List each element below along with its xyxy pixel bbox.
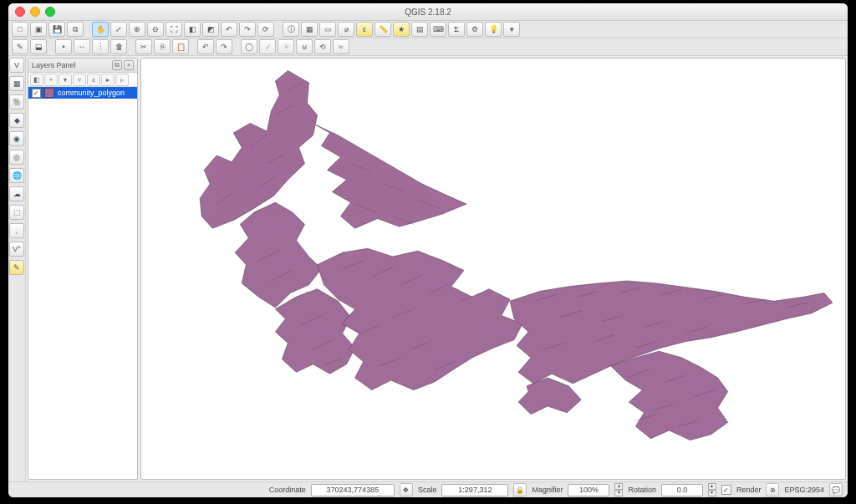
merge-button[interactable]: ⊍: [296, 39, 313, 54]
statistics-button[interactable]: Σ: [448, 22, 465, 37]
layer-filter-button[interactable]: ▾: [59, 74, 72, 86]
layers-panel-toolbar: ◧ + ▾ ▿ ε ▸ ▹: [28, 73, 137, 87]
layer-remove-button[interactable]: ▹: [115, 74, 129, 86]
measure-button[interactable]: 📏: [374, 22, 391, 37]
zoom-next-button[interactable]: ↷: [239, 22, 256, 37]
zoom-selection-button[interactable]: ◩: [202, 22, 219, 37]
add-mssql-button[interactable]: ◉: [9, 131, 24, 146]
layer-filter-icon[interactable]: ▿: [73, 74, 86, 86]
add-feature-button[interactable]: •: [55, 39, 72, 54]
digitize-button[interactable]: ◯: [241, 39, 257, 54]
coordinate-field[interactable]: 370243,774385: [311, 484, 395, 496]
coordinate-label: Coordinate: [269, 486, 306, 494]
more-tools-button[interactable]: ▾: [503, 22, 520, 37]
toolbar-row-1: □ ▣ 💾 ⧉ ✋ ⤢ ⊕ ⊖ ⛶ ◧ ◩ ↶ ↷ ⟳ ⓘ ▦ ▭ ⌀ ε 📏 …: [8, 21, 848, 38]
render-checkbox[interactable]: ✓: [721, 485, 731, 495]
app-window: QGIS 2.18.2 □ ▣ 💾 ⧉ ✋ ⤢ ⊕ ⊖ ⛶ ◧ ◩ ↶ ↷ ⟳ …: [8, 3, 848, 497]
layer-item[interactable]: ✓ community_polygon: [28, 87, 137, 99]
attribute-table-button[interactable]: ▦: [301, 22, 318, 37]
paste-button[interactable]: 📋: [172, 39, 189, 54]
map-layer-svg: [141, 59, 845, 479]
rotation-spinner[interactable]: ▴▾: [708, 483, 716, 496]
layer-name-label: community_polygon: [58, 89, 125, 97]
move-feature-button[interactable]: ↔: [74, 39, 90, 54]
redo-button[interactable]: ↷: [216, 39, 232, 54]
reshape-button[interactable]: ⟋: [259, 39, 276, 54]
layer-add-group-button[interactable]: +: [44, 74, 58, 86]
field-calculator-button[interactable]: ▤: [411, 22, 428, 37]
panel-undock-icon[interactable]: ⧉: [112, 60, 122, 70]
map-canvas[interactable]: [140, 58, 846, 480]
simplify-button[interactable]: ≈: [333, 39, 349, 54]
layer-style-button[interactable]: ◧: [30, 74, 43, 86]
scale-label: Scale: [418, 486, 437, 494]
select-button[interactable]: ▭: [319, 22, 336, 37]
toolbar-row-2: ✎ ⬓ • ↔ ⋮ 🗑 ✂ ⎘ 📋 ↶ ↷ ◯ ⟋ ⑂ ⊍ ⟲ ≈: [8, 38, 848, 56]
cut-button[interactable]: ✂: [135, 39, 152, 54]
add-vector-layer-button[interactable]: V: [9, 58, 24, 73]
pan-tool-button[interactable]: ✋: [92, 22, 109, 37]
layer-expand-button[interactable]: ε: [87, 74, 100, 86]
new-shapefile-button[interactable]: V°: [9, 242, 24, 257]
layer-visibility-checkbox[interactable]: ✓: [32, 89, 41, 98]
pan-selection-button[interactable]: ⤢: [110, 22, 127, 37]
add-postgis-button[interactable]: 🐘: [9, 94, 24, 109]
zoom-full-button[interactable]: ⛶: [166, 22, 182, 37]
open-project-button[interactable]: ▣: [30, 22, 47, 37]
coordinate-toggle-icon[interactable]: ✥: [400, 483, 413, 496]
select-expression-button[interactable]: ε: [356, 22, 373, 37]
zoom-out-button[interactable]: ⊖: [147, 22, 164, 37]
messages-icon[interactable]: 💬: [829, 483, 843, 496]
new-project-button[interactable]: □: [12, 22, 28, 37]
tips-button[interactable]: 💡: [485, 22, 502, 37]
edit-toggle-button[interactable]: ✎: [12, 39, 28, 54]
layers-panel: Layers Panel ⧉ × ◧ + ▾ ▿ ε ▸ ▹: [28, 58, 138, 480]
delete-button[interactable]: 🗑: [110, 39, 127, 54]
add-oracle-button[interactable]: ◎: [9, 150, 24, 165]
save-project-button[interactable]: 💾: [48, 22, 65, 37]
rotate-button[interactable]: ⟲: [314, 39, 331, 54]
split-button[interactable]: ⑂: [278, 39, 294, 54]
toolbox-button[interactable]: ⚙: [466, 22, 483, 37]
rotation-label: Rotation: [628, 486, 656, 494]
add-spatialite-button[interactable]: ◆: [9, 113, 24, 128]
scale-field[interactable]: 1:297,312: [441, 484, 508, 496]
layer-collapse-button[interactable]: ▸: [101, 74, 115, 86]
deselect-button[interactable]: ⌀: [338, 22, 354, 37]
save-edits-button[interactable]: ⬓: [30, 39, 47, 54]
add-wfs-button[interactable]: ⬚: [9, 205, 24, 220]
undo-button[interactable]: ↶: [197, 39, 214, 54]
copy-button[interactable]: ⎘: [154, 39, 171, 54]
node-tool-button[interactable]: ⋮: [92, 39, 109, 54]
add-wms-button[interactable]: 🌐: [9, 168, 24, 183]
zoom-layer-button[interactable]: ◧: [184, 22, 201, 37]
window-title: QGIS 2.18.2: [8, 8, 848, 17]
add-virtual-layer-button[interactable]: ✎: [9, 260, 24, 275]
bookmark-button[interactable]: ★: [393, 22, 410, 37]
magnifier-field[interactable]: 100%: [568, 484, 609, 496]
rotation-field[interactable]: 0.0: [661, 484, 703, 496]
add-csv-button[interactable]: ,: [9, 223, 24, 238]
zoom-last-button[interactable]: ↶: [221, 22, 237, 37]
magnifier-spinner[interactable]: ▴▾: [614, 483, 623, 496]
add-wcs-button[interactable]: ☁: [9, 186, 24, 201]
scale-lock-icon[interactable]: 🔒: [513, 483, 527, 496]
zoom-in-button[interactable]: ⊕: [129, 22, 145, 37]
status-bar: Coordinate 370243,774385 ✥ Scale 1:297,3…: [8, 481, 848, 497]
layer-swatch-icon: [44, 88, 54, 98]
calculator-icon[interactable]: ⌨: [430, 22, 446, 37]
identify-button[interactable]: ⓘ: [283, 22, 299, 37]
add-raster-layer-button[interactable]: ▦: [9, 76, 24, 91]
panel-close-icon[interactable]: ×: [124, 60, 134, 70]
layers-panel-title: Layers Panel: [32, 61, 76, 69]
save-as-button[interactable]: ⧉: [67, 22, 84, 37]
crs-icon[interactable]: ⊕: [766, 483, 779, 496]
magnifier-label: Magnifier: [532, 486, 563, 494]
refresh-button[interactable]: ⟳: [257, 22, 274, 37]
render-label: Render: [736, 486, 762, 494]
titlebar[interactable]: QGIS 2.18.2: [8, 3, 848, 21]
datasource-toolbar: V ▦ 🐘 ◆ ◉ ◎ 🌐 ☁ ⬚ , V° ✎: [8, 56, 26, 481]
crs-label[interactable]: EPSG:2954: [784, 486, 824, 494]
